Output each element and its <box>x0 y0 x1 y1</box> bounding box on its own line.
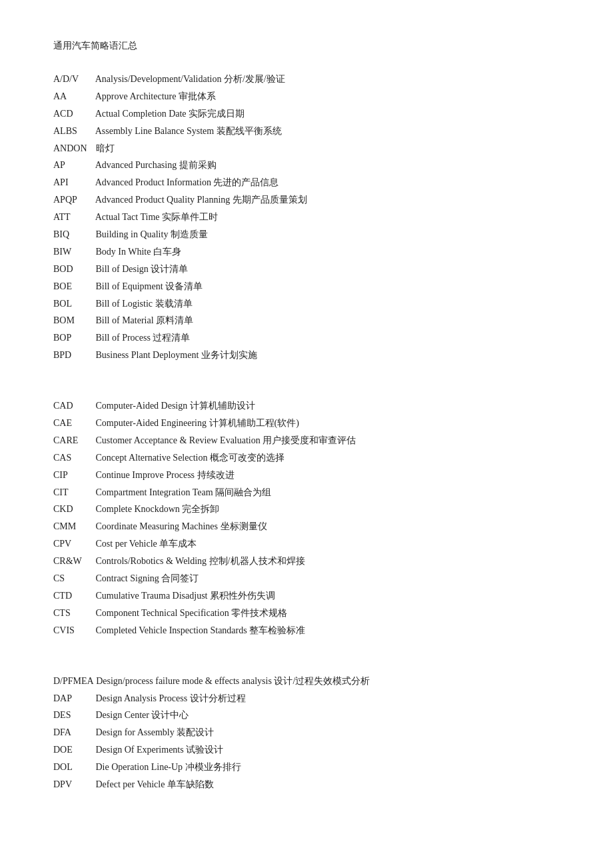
list-item: BIQ Building in Quality 制造质量 <box>53 226 560 243</box>
full-name: Computer-Aided Engineering 计算机辅助工程(软件) <box>93 418 299 428</box>
list-item: CKD Complete Knockdown 完全拆卸 <box>53 501 560 518</box>
abbreviation: AA <box>53 88 93 105</box>
abbreviation: DFA <box>53 724 93 741</box>
full-name: Design/process failure mode & effects an… <box>94 676 370 686</box>
full-name: Cost per Vehicle 单车成本 <box>93 539 197 549</box>
list-item: DPV Defect per Vehicle 单车缺陷数 <box>53 776 560 793</box>
abbreviation: CAD <box>53 397 93 415</box>
full-name: Analysis/Development/Validation 分析/发展/验证 <box>93 74 285 84</box>
abbreviation: CKD <box>53 501 93 518</box>
abbreviation: CPV <box>53 535 93 553</box>
full-name: Customer Acceptance & Review Evaluation … <box>93 435 356 445</box>
abbreviation: CAE <box>53 415 93 432</box>
full-name: Bill of Logistic 装载清单 <box>93 299 193 309</box>
abbreviation: BOE <box>53 278 93 295</box>
list-item: CAD Computer-Aided Design 计算机辅助设计 <box>53 397 560 415</box>
section-A-B: A/D/V Analysis/Development/Validation 分析… <box>53 71 560 364</box>
abbreviation: ATT <box>53 209 93 226</box>
full-name: Assembly Line Balance System 装配线平衡系统 <box>93 126 282 136</box>
abbreviation: CTS <box>53 605 93 622</box>
full-name: Die Operation Line-Up 冲模业务排行 <box>93 762 241 772</box>
full-name: Business Plant Deployment 业务计划实施 <box>93 350 257 360</box>
abbreviation: ALBS <box>53 123 93 140</box>
list-item: BOD Bill of Design 设计清单 <box>53 261 560 278</box>
list-item: DAP Design Analysis Process 设计分析过程 <box>53 690 560 707</box>
full-name: Defect per Vehicle 单车缺陷数 <box>93 779 214 789</box>
section-spacer <box>53 385 560 397</box>
full-name: Complete Knockdown 完全拆卸 <box>93 504 219 514</box>
list-item: DES Design Center 设计中心 <box>53 707 560 724</box>
full-name: Bill of Design 设计清单 <box>93 264 188 274</box>
list-item: CAE Computer-Aided Engineering 计算机辅助工程(软… <box>53 415 560 432</box>
abbreviation: CARE <box>53 432 93 449</box>
full-name: Actual Tact Time 实际单件工时 <box>93 212 218 222</box>
list-item: CVIS Completed Vehicle Inspection Standa… <box>53 622 560 639</box>
full-name: 暗灯 <box>93 143 115 153</box>
abbreviation: CS <box>53 570 93 587</box>
abbreviation: CMM <box>53 518 93 535</box>
page-title: 通用汽车简略语汇总 <box>53 40 560 52</box>
list-item: CIP Continue Improve Process 持续改进 <box>53 467 560 484</box>
list-item: BPD Business Plant Deployment 业务计划实施 <box>53 347 560 364</box>
full-name: Compartment Integration Team 隔间融合为组 <box>93 487 271 497</box>
full-name: Approve Architecture 审批体系 <box>93 91 216 101</box>
list-item: BOL Bill of Logistic 装载清单 <box>53 295 560 313</box>
abbreviation: DAP <box>53 690 93 707</box>
full-name: Advanced Purchasing 提前采购 <box>93 160 217 170</box>
full-name: Body In White 白车身 <box>93 247 181 257</box>
full-name: Computer-Aided Design 计算机辅助设计 <box>93 401 255 411</box>
list-item: DFA Design for Assembly 装配设计 <box>53 724 560 741</box>
list-item: CTD Cumulative Trauma Disadjust 累积性外伤失调 <box>53 587 560 605</box>
abbreviation: BOL <box>53 295 93 313</box>
full-name: Design Of Experiments 试验设计 <box>93 745 223 755</box>
full-name: Completed Vehicle Inspection Standards 整… <box>93 625 305 635</box>
abbreviation: ANDON <box>53 140 93 157</box>
full-name: Continue Improve Process 持续改进 <box>93 470 235 480</box>
list-item: CPV Cost per Vehicle 单车成本 <box>53 535 560 553</box>
abbreviation: CAS <box>53 449 93 467</box>
abbreviation: BOD <box>53 261 93 278</box>
list-item: DOE Design Of Experiments 试验设计 <box>53 741 560 759</box>
list-item: API Advanced Product Information 先进的产品信息 <box>53 174 560 191</box>
abbreviation: DES <box>53 707 93 724</box>
list-item: CTS Component Technical Specification 零件… <box>53 605 560 622</box>
full-name: Actual Completion Date 实际完成日期 <box>93 109 245 119</box>
full-name: Cumulative Trauma Disadjust 累积性外伤失调 <box>93 591 275 601</box>
section-C: CAD Computer-Aided Design 计算机辅助设计CAE Com… <box>53 397 560 639</box>
full-name: Component Technical Specification 零件技术规格 <box>93 608 287 618</box>
full-name: Bill of Process 过程清单 <box>93 333 190 343</box>
list-item: CS Contract Signing 合同签订 <box>53 570 560 587</box>
list-item: CIT Compartment Integration Team 隔间融合为组 <box>53 484 560 501</box>
abbreviation: A/D/V <box>53 71 93 88</box>
section-spacer <box>53 661 560 673</box>
list-item: AA Approve Architecture 审批体系 <box>53 88 560 105</box>
list-item: ACD Actual Completion Date 实际完成日期 <box>53 105 560 123</box>
full-name: Design Analysis Process 设计分析过程 <box>93 693 246 703</box>
list-item: DOL Die Operation Line-Up 冲模业务排行 <box>53 759 560 776</box>
list-item: D/PFMEA Design/process failure mode & ef… <box>53 673 560 690</box>
abbreviation: BOM <box>53 312 93 329</box>
abbreviation: CIP <box>53 467 93 484</box>
abbreviation: CTD <box>53 587 93 605</box>
list-item: ATT Actual Tact Time 实际单件工时 <box>53 209 560 226</box>
full-name: Building in Quality 制造质量 <box>93 229 208 239</box>
full-name: Contract Signing 合同签订 <box>93 573 199 583</box>
list-item: BOE Bill of Equipment 设备清单 <box>53 278 560 295</box>
list-item: CARE Customer Acceptance & Review Evalua… <box>53 432 560 449</box>
list-item: ANDON 暗灯 <box>53 140 560 157</box>
full-name: Concept Alternative Selection 概念可改变的选择 <box>93 453 285 463</box>
abbreviation: DOE <box>53 741 93 759</box>
list-item: CR&W Controls/Robotics & Welding 控制/机器人技… <box>53 553 560 570</box>
abbreviation: D/PFMEA <box>53 673 94 690</box>
list-item: A/D/V Analysis/Development/Validation 分析… <box>53 71 560 88</box>
list-item: APQP Advanced Product Quality Planning 先… <box>53 191 560 209</box>
abbreviation: BIW <box>53 243 93 261</box>
full-name: Advanced Product Information 先进的产品信息 <box>93 177 279 187</box>
full-name: Bill of Equipment 设备清单 <box>93 281 203 291</box>
abbreviation: API <box>53 174 93 191</box>
section-D: D/PFMEA Design/process failure mode & ef… <box>53 673 560 793</box>
abbreviation: DPV <box>53 776 93 793</box>
full-name: Design for Assembly 装配设计 <box>93 727 214 737</box>
list-item: BOP Bill of Process 过程清单 <box>53 329 560 347</box>
list-item: CMM Coordinate Measuring Machines 坐标测量仪 <box>53 518 560 535</box>
